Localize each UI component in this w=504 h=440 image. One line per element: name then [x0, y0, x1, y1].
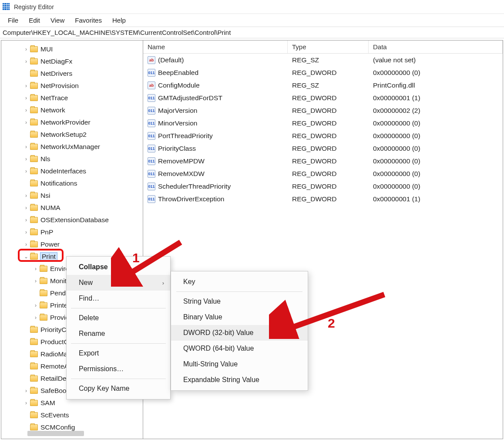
tree-item[interactable]: ›NodeInterfaces	[1, 165, 143, 177]
folder-icon	[30, 58, 38, 64]
chevron-right-icon[interactable]: ·	[23, 412, 29, 418]
chevron-right-icon[interactable]: ·	[23, 71, 29, 77]
tree-item[interactable]: ›Nsi	[1, 190, 143, 202]
menu-item-label: Rename	[79, 330, 105, 338]
chevron-right-icon[interactable]: ›	[23, 193, 29, 199]
chevron-right-icon[interactable]: ›	[23, 107, 29, 113]
tree-item[interactable]: ·NetworkSetup2	[1, 129, 143, 141]
folder-icon	[30, 241, 38, 247]
chevron-right-icon[interactable]: ›	[23, 83, 29, 89]
context-menu-item[interactable]: Copy Key Name	[67, 381, 170, 396]
context-menu-item[interactable]: New›	[67, 275, 170, 291]
chevron-right-icon[interactable]: ›	[23, 119, 29, 125]
chevron-right-icon[interactable]: ›	[23, 95, 29, 101]
menu-help[interactable]: Help	[107, 15, 131, 26]
chevron-right-icon[interactable]: ›	[33, 278, 39, 284]
submenu-item[interactable]: Binary Value	[171, 309, 308, 325]
list-row[interactable]: 011PriorityClassREG_DWORD0x00000000 (0)	[143, 142, 503, 155]
chevron-right-icon[interactable]: ·	[23, 339, 29, 345]
submenu-item[interactable]: Multi-String Value	[171, 356, 308, 372]
value-data: 0x00000002 (2)	[369, 107, 503, 115]
tree-item[interactable]: ›NetDiagFx	[1, 55, 143, 68]
chevron-right-icon[interactable]: ›	[23, 400, 29, 406]
chevron-right-icon[interactable]: ·	[23, 363, 29, 369]
chevron-right-icon[interactable]: ›	[23, 217, 29, 223]
chevron-right-icon[interactable]: ·	[23, 376, 29, 382]
tree-item[interactable]: ›NetProvision	[1, 80, 143, 92]
horizontal-scrollbar[interactable]	[27, 431, 84, 436]
submenu-item[interactable]: Key	[171, 274, 308, 290]
chevron-right-icon[interactable]: ·	[33, 290, 39, 296]
chevron-right-icon[interactable]: ›	[23, 156, 29, 162]
tree-item[interactable]: ›PnP	[1, 226, 143, 238]
chevron-right-icon[interactable]: ›	[23, 58, 29, 64]
menu-favorites[interactable]: Favorites	[70, 15, 107, 26]
chevron-right-icon[interactable]: ›	[23, 241, 29, 247]
list-header[interactable]: Name Type Data	[143, 41, 503, 54]
chevron-right-icon[interactable]: ›	[33, 302, 39, 308]
context-menu-item[interactable]: Export	[67, 345, 170, 361]
list-row[interactable]: 011RemoveMPDWREG_DWORD0x00000000 (0)	[143, 155, 503, 167]
tree-item[interactable]: ·Notifications	[1, 177, 143, 190]
list-row[interactable]: 011PortThreadPriorityREG_DWORD0x00000000…	[143, 129, 503, 142]
chevron-right-icon[interactable]: ›	[33, 315, 39, 321]
chevron-right-icon[interactable]: ·	[23, 180, 29, 186]
context-menu-item[interactable]: Find…	[67, 291, 170, 306]
list-rows: ab(Default)REG_SZ(value not set)011BeepE…	[143, 54, 503, 205]
tree-item[interactable]: ·ScEvents	[1, 409, 143, 421]
chevron-right-icon[interactable]: ·	[23, 424, 29, 430]
chevron-right-icon[interactable]: ›	[23, 229, 29, 235]
chevron-right-icon[interactable]: ›	[23, 46, 29, 52]
list-row[interactable]: 011RemoveMXDWREG_DWORD0x00000000 (0)	[143, 167, 503, 180]
chevron-right-icon[interactable]: ›	[23, 168, 29, 174]
menu-item-label: Binary Value	[183, 313, 222, 321]
chevron-right-icon[interactable]: ›	[23, 388, 29, 394]
value-name: ConfigModule	[158, 81, 200, 89]
tree-item[interactable]: ›Network	[1, 104, 143, 116]
context-menu: CollapseNew›Find…DeleteRenameExportPermi…	[66, 256, 171, 399]
header-data[interactable]: Data	[369, 41, 503, 53]
context-menu-item[interactable]: Delete	[67, 310, 170, 326]
list-row[interactable]: 011GMTAdjustedForDSTREG_DWORD0x00000001 …	[143, 91, 503, 104]
tree-item[interactable]: ›NetworkProvider	[1, 116, 143, 129]
list-row[interactable]: 011SchedulerThreadPriorityREG_DWORD0x000…	[143, 180, 503, 193]
tree-item[interactable]: ·NetDrivers	[1, 68, 143, 80]
context-menu-item[interactable]: Collapse	[67, 259, 170, 275]
menu-file[interactable]: File	[3, 15, 24, 26]
tree-item[interactable]: ›NetworkUxManager	[1, 141, 143, 153]
header-type[interactable]: Type	[288, 41, 369, 53]
list-row[interactable]: 011MajorVersionREG_DWORD0x00000002 (2)	[143, 104, 503, 117]
chevron-right-icon[interactable]: ›	[23, 205, 29, 211]
submenu-item[interactable]: DWORD (32-bit) Value	[171, 325, 308, 341]
submenu-item[interactable]: QWORD (64-bit) Value	[171, 341, 308, 356]
chevron-right-icon[interactable]: ·	[23, 351, 29, 357]
tree-item[interactable]: ›NUMA	[1, 202, 143, 214]
list-row[interactable]: 011MinorVersionREG_DWORD0x00000000 (0)	[143, 117, 503, 129]
context-menu-item[interactable]: Rename	[67, 326, 170, 342]
list-row[interactable]: abConfigModuleREG_SZPrintConfig.dll	[143, 79, 503, 91]
submenu-item[interactable]: String Value	[171, 294, 308, 309]
menu-separator	[71, 308, 166, 308]
chevron-right-icon[interactable]: ·	[23, 327, 29, 333]
tree-item[interactable]: ›NetTrace	[1, 92, 143, 104]
chevron-down-icon[interactable]: ⌄	[23, 254, 29, 260]
folder-icon	[30, 339, 38, 345]
menu-edit[interactable]: Edit	[24, 15, 45, 26]
list-row[interactable]: 011ThrowDriverExceptionREG_DWORD0x000000…	[143, 193, 503, 205]
tree-item[interactable]: ›Power	[1, 238, 143, 250]
menu-view[interactable]: View	[45, 15, 70, 26]
chevron-right-icon[interactable]: ›	[33, 266, 39, 272]
context-menu-item[interactable]: Permissions…	[67, 361, 170, 377]
list-row[interactable]: ab(Default)REG_SZ(value not set)	[143, 54, 503, 66]
list-row[interactable]: 011BeepEnabledREG_DWORD0x00000000 (0)	[143, 66, 503, 79]
header-name[interactable]: Name	[143, 41, 288, 53]
tree-item[interactable]: ›Nls	[1, 153, 143, 165]
chevron-right-icon[interactable]: ›	[23, 144, 29, 150]
tree-item[interactable]: ›MUI	[1, 43, 143, 55]
submenu-item[interactable]: Expandable String Value	[171, 372, 308, 388]
address-bar[interactable]: Computer\HKEY_LOCAL_MACHINE\SYSTEM\Curre…	[0, 27, 504, 38]
tree-item[interactable]: ›OSExtensionDatabase	[1, 214, 143, 226]
dword-value-icon: 011	[148, 145, 155, 152]
value-type: REG_DWORD	[288, 195, 369, 203]
chevron-right-icon[interactable]: ·	[23, 132, 29, 138]
